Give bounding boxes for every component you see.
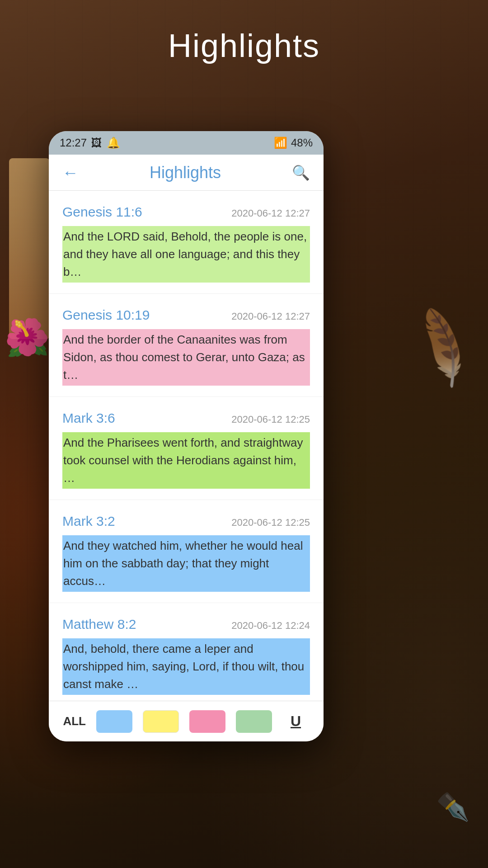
list-item[interactable]: Mark 3:6 2020-06-12 12:25 And the Pharis… bbox=[49, 397, 324, 500]
all-filter-button[interactable]: ALL bbox=[63, 714, 86, 728]
list-item[interactable]: Mark 3:2 2020-06-12 12:25 And they watch… bbox=[49, 500, 324, 603]
list-item[interactable]: Matthew 8:2 2020-06-12 12:24 And, behold… bbox=[49, 603, 324, 701]
status-left: 12:27 🖼 🔔 bbox=[60, 137, 120, 149]
green-color-filter[interactable] bbox=[236, 710, 272, 733]
list-item[interactable]: Genesis 11:6 2020-06-12 12:27 And the LO… bbox=[49, 191, 324, 294]
search-button[interactable]: 🔍 bbox=[292, 164, 310, 181]
battery-display: 48% bbox=[291, 137, 313, 149]
bottom-filter-bar: ALL U bbox=[49, 701, 324, 741]
header-title: Highlights bbox=[150, 163, 221, 182]
phone-frame: 12:27 🖼 🔔 📶 48% ← Highlights 🔍 Genesis 1… bbox=[49, 131, 324, 741]
item-date: 2020-06-12 12:25 bbox=[231, 517, 310, 528]
item-header: Mark 3:2 2020-06-12 12:25 bbox=[62, 514, 310, 529]
highlighted-text: And, behold, there came a leper and wors… bbox=[62, 638, 310, 695]
verse-reference: Mark 3:6 bbox=[62, 410, 115, 426]
item-header: Mark 3:6 2020-06-12 12:25 bbox=[62, 410, 310, 426]
underline-filter-button[interactable]: U bbox=[282, 710, 310, 733]
item-date: 2020-06-12 12:27 bbox=[231, 208, 310, 219]
status-right: 📶 48% bbox=[274, 137, 313, 149]
verse-reference: Mark 3:2 bbox=[62, 514, 115, 529]
page-title: Highlights bbox=[0, 27, 488, 64]
pink-color-filter[interactable] bbox=[189, 710, 225, 733]
highlighted-text: And the border of the Canaanites was fro… bbox=[62, 329, 310, 386]
highlighted-text: And the LORD said, Behold, the people is… bbox=[62, 226, 310, 283]
verse-reference: Matthew 8:2 bbox=[62, 617, 136, 632]
signal-icon: 📶 bbox=[274, 137, 287, 149]
item-date: 2020-06-12 12:24 bbox=[231, 620, 310, 632]
flower-decoration: 🌺 bbox=[5, 316, 50, 359]
app-header: ← Highlights 🔍 bbox=[49, 155, 324, 191]
highlights-list: Genesis 11:6 2020-06-12 12:27 And the LO… bbox=[49, 191, 324, 701]
verse-reference: Genesis 11:6 bbox=[62, 204, 142, 220]
status-bar: 12:27 🖼 🔔 📶 48% bbox=[49, 131, 324, 155]
item-header: Genesis 11:6 2020-06-12 12:27 bbox=[62, 204, 310, 220]
bluetooth-icon: 🔔 bbox=[107, 137, 120, 149]
item-date: 2020-06-12 12:27 bbox=[231, 311, 310, 322]
scroll-decoration bbox=[9, 158, 50, 339]
photo-icon: 🖼 bbox=[91, 137, 102, 149]
item-date: 2020-06-12 12:25 bbox=[231, 414, 310, 425]
ink-decoration: ✒️ bbox=[436, 791, 470, 823]
blue-color-filter[interactable] bbox=[96, 710, 132, 733]
list-item[interactable]: Genesis 10:19 2020-06-12 12:27 And the b… bbox=[49, 294, 324, 397]
verse-reference: Genesis 10:19 bbox=[62, 307, 150, 323]
highlighted-text: And they watched him, whether he would h… bbox=[62, 535, 310, 592]
highlighted-text: And the Pharisees went forth, and straig… bbox=[62, 432, 310, 489]
feather-decoration bbox=[438, 316, 474, 588]
item-header: Matthew 8:2 2020-06-12 12:24 bbox=[62, 617, 310, 632]
yellow-color-filter[interactable] bbox=[143, 710, 179, 733]
time-display: 12:27 bbox=[60, 137, 87, 149]
item-header: Genesis 10:19 2020-06-12 12:27 bbox=[62, 307, 310, 323]
back-button[interactable]: ← bbox=[62, 163, 79, 182]
